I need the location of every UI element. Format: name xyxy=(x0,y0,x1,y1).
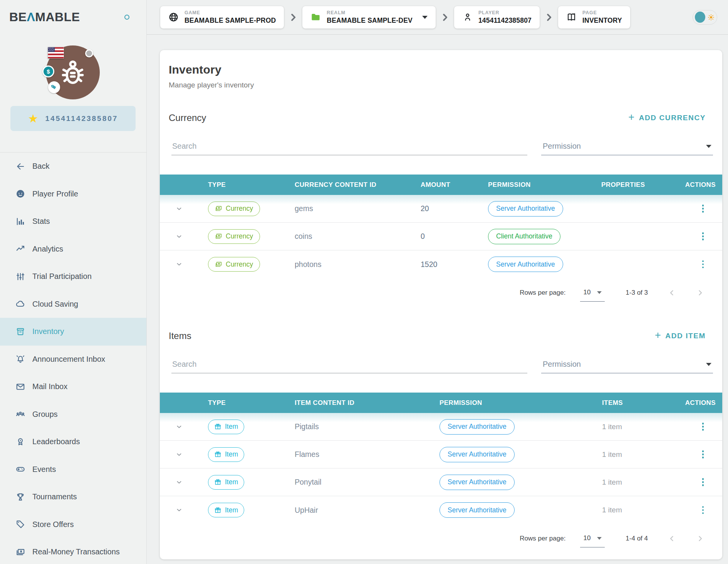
item-type-pill: Item xyxy=(208,420,244,434)
items-table: TYPE ITEM CONTENT ID PERMISSION ITEMS AC… xyxy=(160,393,722,524)
permission-pill: Client Authoritative xyxy=(488,229,560,244)
sidebar-item-analytics[interactable]: Analytics xyxy=(0,235,146,263)
trend-line-icon xyxy=(15,244,25,254)
currency-table-header: TYPE CURRENCY CONTENT ID AMOUNT PERMISSI… xyxy=(160,175,722,195)
chevron-down-icon xyxy=(422,16,428,19)
prev-page-button[interactable] xyxy=(667,288,676,297)
currency-pagination: Rows per page: 10 1-3 of 3 xyxy=(160,278,722,297)
breadcrumb-bar: GAME BEAMABLE SAMPLE-PROD REALM BEAMABLE… xyxy=(147,0,728,35)
items-search-input[interactable] xyxy=(171,358,527,373)
currency-table: TYPE CURRENCY CONTENT ID AMOUNT PERMISSI… xyxy=(160,175,722,278)
currency-section-title: Currency xyxy=(169,112,206,123)
rows-per-page-label: Rows per page: xyxy=(520,535,565,542)
sidebar-item-inventory[interactable]: Inventory xyxy=(0,318,146,346)
rows-per-page-label: Rows per page: xyxy=(520,289,565,297)
sidebar-nav: Back Player Profile Stats Analytics Tria… xyxy=(0,153,146,564)
trophy-icon xyxy=(15,492,25,502)
theme-toggle-knob xyxy=(695,12,705,23)
currency-type-pill: Currency xyxy=(208,229,260,244)
table-row: Currency gems 20 Server Authoritative xyxy=(160,195,722,223)
breadcrumb-realm[interactable]: REALM BEAMABLE SAMPLE-DEV xyxy=(302,6,436,29)
table-row: Item Ponytail Server Authoritative 1 ite… xyxy=(160,468,722,496)
sidebar-item-back[interactable]: Back xyxy=(0,153,146,180)
breadcrumb-player-label: PLAYER xyxy=(478,10,532,15)
item-type-pill: Item xyxy=(208,503,244,517)
person-icon xyxy=(462,12,473,22)
sidebar-item-store-offers[interactable]: Store Offers xyxy=(0,511,146,539)
items-permission-select[interactable]: Permission xyxy=(541,358,713,373)
pagination-range: 1-3 of 3 xyxy=(626,289,648,297)
sidebar-item-stats[interactable]: Stats xyxy=(0,208,146,235)
people-icon xyxy=(15,409,25,419)
breadcrumb-page[interactable]: PAGE INVENTORY xyxy=(558,6,630,29)
row-actions-kebab[interactable] xyxy=(700,230,706,243)
breadcrumb-player[interactable]: PLAYER 14541142385807 xyxy=(454,6,540,29)
sidebar-item-player-profile[interactable]: Player Profile xyxy=(0,180,146,208)
chevron-right-icon xyxy=(288,12,298,22)
row-actions-kebab[interactable] xyxy=(700,448,706,461)
row-actions-kebab[interactable] xyxy=(700,504,706,517)
add-currency-button[interactable]: + ADD CURRENCY xyxy=(628,113,706,123)
main-area: GAME BEAMABLE SAMPLE-PROD REALM BEAMABLE… xyxy=(147,0,728,564)
row-actions-kebab[interactable] xyxy=(700,420,706,433)
permission-pill: Server Authoritative xyxy=(439,419,515,435)
sidebar-item-cloud-saving[interactable]: Cloud Saving xyxy=(0,290,146,318)
sidebar-item-mail-inbox[interactable]: Mail Inbox xyxy=(0,373,146,401)
sidebar-item-announcement-inbox[interactable]: Announcement Inbox xyxy=(0,346,146,373)
beamable-logo: BEΛMABLE xyxy=(9,10,80,24)
row-expander[interactable] xyxy=(160,478,208,486)
row-actions-kebab[interactable] xyxy=(700,258,706,271)
sidebar-item-real-money-transactions[interactable]: Real-Money Transactions xyxy=(0,538,146,564)
sidebar-item-leaderboards[interactable]: Leaderboards xyxy=(0,428,146,456)
medal-icon xyxy=(15,437,25,447)
row-expander[interactable] xyxy=(160,233,208,240)
next-page-button[interactable] xyxy=(696,534,705,543)
pagination-range: 1-4 of 4 xyxy=(626,535,648,542)
add-item-button[interactable]: + ADD ITEM xyxy=(655,331,706,341)
bug-icon xyxy=(58,57,88,87)
chevron-down-icon xyxy=(706,363,711,366)
sidebar-item-groups[interactable]: Groups xyxy=(0,401,146,428)
row-expander[interactable] xyxy=(160,205,208,213)
row-expander[interactable] xyxy=(160,423,208,431)
currency-permission-select[interactable]: Permission xyxy=(541,139,713,155)
star-icon: ★ xyxy=(28,113,39,124)
folder-icon xyxy=(310,12,321,22)
table-row: Item UpHair Server Authoritative 1 item xyxy=(160,496,722,524)
sun-icon xyxy=(707,13,715,21)
breadcrumb-realm-value: BEAMABLE SAMPLE-DEV xyxy=(327,17,413,25)
currency-type-pill: Currency xyxy=(208,201,260,216)
sidebar-item-trial-participation[interactable]: Trial Participation xyxy=(0,263,146,290)
permission-pill: Server Authoritative xyxy=(439,502,515,518)
sidebar-item-tournaments[interactable]: Tournaments xyxy=(0,483,146,511)
rows-per-page-select[interactable]: 10 xyxy=(582,289,603,297)
next-page-button[interactable] xyxy=(696,288,705,297)
back-arrow-icon xyxy=(15,161,25,171)
permission-pill: Server Authoritative xyxy=(439,447,515,462)
permission-pill: Server Authoritative xyxy=(488,201,563,217)
row-expander[interactable] xyxy=(160,260,208,268)
row-expander[interactable] xyxy=(160,451,208,458)
player-id-value: 14541142385807 xyxy=(45,114,118,123)
theme-toggle[interactable] xyxy=(693,10,717,25)
row-expander[interactable] xyxy=(160,506,208,514)
permission-pill: Server Authoritative xyxy=(439,475,515,490)
currency-search-input[interactable] xyxy=(171,139,527,155)
row-actions-kebab[interactable] xyxy=(700,476,706,488)
breadcrumb-game[interactable]: GAME BEAMABLE SAMPLE-PROD xyxy=(160,6,284,29)
sidebar-item-events[interactable]: Events xyxy=(0,456,146,483)
bar-chart-icon xyxy=(15,217,25,227)
item-type-pill: Item xyxy=(208,475,244,490)
breadcrumb-page-value: INVENTORY xyxy=(582,17,622,25)
breadcrumb-realm-label: REALM xyxy=(327,10,413,15)
inventory-card: Inventory Manage player's inventory Curr… xyxy=(160,50,722,559)
rows-per-page-select[interactable]: 10 xyxy=(582,534,603,543)
inventory-box-icon xyxy=(15,327,25,337)
prev-page-button[interactable] xyxy=(667,534,676,543)
breadcrumb-game-value: BEAMABLE SAMPLE-PROD xyxy=(185,17,276,25)
breadcrumb-page-label: PAGE xyxy=(582,10,622,15)
row-actions-kebab[interactable] xyxy=(700,202,706,215)
globe-icon xyxy=(168,12,179,22)
currency-type-pill: Currency xyxy=(208,257,260,272)
items-table-header: TYPE ITEM CONTENT ID PERMISSION ITEMS AC… xyxy=(160,393,722,413)
